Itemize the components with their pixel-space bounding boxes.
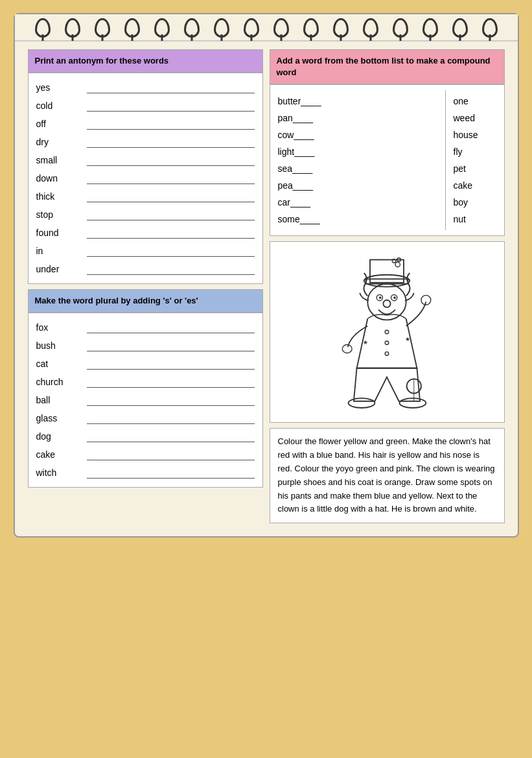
word-label: fox: [36, 322, 82, 333]
antonym-title: Print an antonym for these words: [35, 56, 169, 65]
compound-left: butter____ pan____ cow____ light____ sea…: [270, 90, 446, 230]
answer-blank[interactable]: [87, 340, 255, 351]
answer-blank[interactable]: [87, 358, 255, 370]
word-label: small: [36, 155, 82, 165]
answer-blank[interactable]: [87, 263, 255, 275]
answer-blank[interactable]: [87, 191, 255, 202]
word-label: cake: [36, 449, 82, 460]
spiral-9: [273, 18, 289, 38]
word-row: found: [36, 224, 255, 242]
clown-svg: ★ ★: [316, 248, 458, 416]
color-instructions: Colour the flower yellow and green. Make…: [270, 428, 505, 523]
compound-prefix: pea____: [278, 180, 330, 191]
word-row: down: [36, 169, 255, 187]
plural-words: fox bush cat church ball glass dog cake …: [28, 313, 263, 488]
word-row: dog: [36, 427, 255, 445]
compound-row: pea____: [278, 177, 437, 194]
compound-row: light____: [278, 143, 437, 160]
word-label: yes: [36, 82, 82, 93]
compound-right: oneweedhouseflypetcakeboynut: [446, 90, 504, 230]
compound-section: Add a word from the bottom list to make …: [270, 49, 505, 236]
word-row: cold: [36, 97, 255, 115]
spiral-11: [333, 18, 349, 38]
color-text: Colour the flower yellow and green. Make…: [278, 436, 495, 514]
spiral-13: [393, 18, 408, 38]
svg-point-0: [364, 275, 410, 287]
word-label: dog: [36, 431, 82, 442]
svg-text:★: ★: [363, 339, 368, 346]
spiral-6: [184, 18, 200, 38]
word-label: church: [36, 377, 82, 387]
answer-blank[interactable]: [87, 227, 255, 239]
answer-blank[interactable]: [87, 154, 255, 166]
answer-blank[interactable]: [87, 467, 255, 479]
compound-words: butter____ pan____ cow____ light____ sea…: [270, 84, 505, 236]
word-row: stop: [36, 206, 255, 224]
spiral-3: [95, 18, 110, 38]
word-row: dry: [36, 133, 255, 151]
answer-blank[interactable]: [87, 245, 255, 257]
answer-blank[interactable]: [87, 412, 255, 424]
compound-header: Add a word from the bottom list to make …: [270, 49, 505, 84]
answer-blank[interactable]: [87, 376, 255, 388]
compound-prefix: light____: [278, 147, 330, 157]
left-column: Print an antonym for these words yes col…: [28, 49, 263, 523]
word-label: thick: [36, 191, 82, 202]
svg-point-17: [349, 399, 375, 409]
word-row: cake: [36, 445, 255, 464]
answer-blank[interactable]: [87, 82, 255, 93]
compound-answer: nut: [454, 211, 496, 228]
spiral-7: [214, 18, 229, 38]
word-label: in: [36, 246, 82, 256]
spiral-15: [452, 18, 468, 38]
answer-blank[interactable]: [87, 449, 255, 460]
svg-point-14: [385, 352, 389, 356]
word-row: under: [36, 260, 255, 278]
word-label: down: [36, 173, 82, 184]
antonym-words: yes cold off dry small down thick stop f…: [28, 73, 263, 284]
svg-point-16: [342, 345, 352, 353]
word-label: witch: [36, 468, 82, 478]
word-label: cat: [36, 359, 82, 369]
answer-blank[interactable]: [87, 100, 255, 112]
spiral-4: [124, 18, 140, 38]
compound-answer: fly: [454, 143, 496, 160]
svg-point-13: [385, 341, 389, 345]
svg-text:★: ★: [405, 336, 410, 342]
word-label: off: [36, 119, 82, 129]
word-label: bush: [36, 340, 82, 351]
compound-row: sea____: [278, 160, 437, 177]
svg-point-18: [400, 399, 426, 409]
word-label: glass: [36, 413, 82, 423]
compound-row: cow____: [278, 126, 437, 143]
answer-blank[interactable]: [87, 118, 255, 130]
word-row: ball: [36, 391, 255, 409]
compound-prefix: pan____: [278, 113, 330, 123]
word-row: church: [36, 373, 255, 391]
plural-header: Make the word plural by adding 's' or 'e…: [28, 289, 263, 313]
word-row: small: [36, 151, 255, 169]
spiral-16: [482, 18, 498, 38]
svg-point-12: [385, 331, 389, 335]
compound-answer: cake: [454, 177, 496, 194]
answer-blank[interactable]: [87, 172, 255, 184]
spiral-8: [244, 18, 259, 38]
clown-image: ★ ★: [270, 241, 505, 423]
spiral-10: [303, 18, 319, 38]
answer-blank[interactable]: [87, 322, 255, 333]
compound-prefix: butter____: [278, 96, 330, 106]
spiral-12: [363, 18, 378, 38]
answer-blank[interactable]: [87, 136, 255, 148]
word-label: ball: [36, 395, 82, 405]
compound-answer: weed: [454, 110, 496, 126]
word-label: under: [36, 264, 82, 274]
answer-blank[interactable]: [87, 394, 255, 406]
word-row: witch: [36, 464, 255, 482]
word-label: dry: [36, 137, 82, 147]
compound-row: butter____: [278, 93, 437, 110]
answer-blank[interactable]: [87, 431, 255, 442]
compound-answer: house: [454, 126, 496, 143]
word-row: glass: [36, 409, 255, 427]
compound-prefix: cow____: [278, 130, 330, 140]
answer-blank[interactable]: [87, 209, 255, 220]
